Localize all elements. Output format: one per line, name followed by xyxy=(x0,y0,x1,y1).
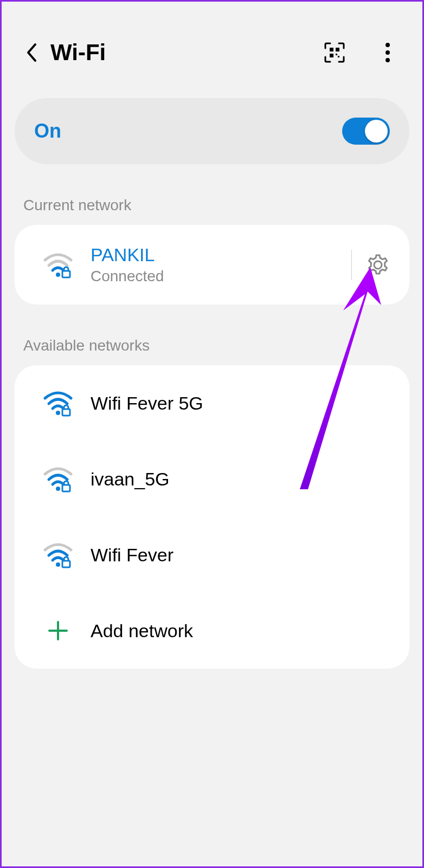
network-name: Wifi Fever 5G xyxy=(91,393,393,414)
divider xyxy=(351,250,352,280)
current-network-card: PANKIL Connected xyxy=(15,225,409,305)
svg-rect-1 xyxy=(336,48,339,51)
svg-rect-9 xyxy=(62,271,70,277)
current-network-section-label: Current network xyxy=(2,164,422,225)
svg-point-10 xyxy=(374,261,382,269)
network-name: ivaan_5G xyxy=(91,469,393,490)
wifi-signal-icon xyxy=(31,390,85,417)
qr-scan-button[interactable] xyxy=(322,40,348,66)
network-status: Connected xyxy=(91,268,341,285)
svg-rect-3 xyxy=(336,54,337,55)
network-settings-button[interactable] xyxy=(363,250,393,280)
wifi-signal-icon xyxy=(31,541,85,568)
more-options-button[interactable] xyxy=(375,40,401,66)
network-name: PANKIL xyxy=(91,244,341,265)
wifi-signal-icon xyxy=(31,251,85,278)
wifi-signal-icon xyxy=(31,465,85,493)
page-title: Wi-Fi xyxy=(50,40,294,66)
svg-rect-4 xyxy=(338,56,339,57)
gear-icon xyxy=(366,253,390,277)
svg-rect-12 xyxy=(62,409,70,416)
svg-rect-2 xyxy=(330,54,333,57)
svg-point-7 xyxy=(386,58,390,62)
header: Wi-Fi xyxy=(2,2,422,93)
switch-knob xyxy=(365,120,388,142)
network-info: ivaan_5G xyxy=(85,469,393,490)
add-network-label: Add network xyxy=(91,620,393,642)
network-info: PANKIL Connected xyxy=(85,244,341,285)
wifi-toggle-card: On xyxy=(15,98,409,164)
svg-point-6 xyxy=(386,50,390,55)
svg-point-15 xyxy=(56,562,60,567)
plus-icon xyxy=(31,619,85,643)
available-networks-card: Wifi Fever 5G ivaan_5G xyxy=(15,365,409,669)
svg-point-8 xyxy=(56,273,60,277)
available-network-row[interactable]: ivaan_5G xyxy=(15,441,409,517)
svg-point-5 xyxy=(386,43,390,47)
network-info: Wifi Fever xyxy=(85,545,393,566)
qr-code-icon xyxy=(324,42,345,63)
svg-point-13 xyxy=(56,487,60,491)
add-network-row[interactable]: Add network xyxy=(15,593,409,669)
wifi-toggle-switch[interactable] xyxy=(342,118,390,145)
wifi-state-label: On xyxy=(34,120,61,142)
add-network-label-wrap: Add network xyxy=(85,620,393,642)
svg-point-11 xyxy=(56,411,60,415)
current-network-row[interactable]: PANKIL Connected xyxy=(15,225,409,305)
svg-rect-16 xyxy=(62,561,70,567)
svg-rect-14 xyxy=(62,485,70,491)
chevron-left-icon xyxy=(25,42,37,63)
network-name: Wifi Fever xyxy=(91,545,393,566)
available-network-row[interactable]: Wifi Fever 5G xyxy=(15,365,409,441)
svg-rect-0 xyxy=(330,48,333,51)
back-button[interactable] xyxy=(23,40,40,66)
network-info: Wifi Fever 5G xyxy=(85,393,393,414)
available-networks-section-label: Available networks xyxy=(2,305,422,365)
more-vertical-icon xyxy=(385,42,390,63)
available-network-row[interactable]: Wifi Fever xyxy=(15,517,409,593)
